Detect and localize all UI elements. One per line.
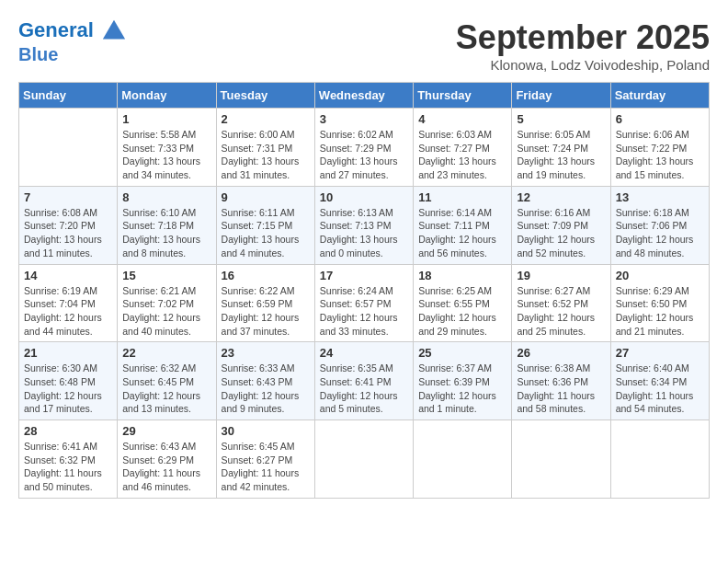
day-number: 3 [320,112,408,126]
week-row-3: 14Sunrise: 6:19 AM Sunset: 7:04 PM Dayli… [19,264,710,342]
month-title: September 2025 [456,18,710,57]
day-info: Sunrise: 6:37 AM Sunset: 6:39 PM Dayligh… [418,362,506,416]
day-number: 11 [418,190,506,204]
calendar-header: SundayMondayTuesdayWednesdayThursdayFrid… [19,83,710,109]
day-cell: 9Sunrise: 6:11 AM Sunset: 7:15 PM Daylig… [216,186,314,264]
day-cell: 17Sunrise: 6:24 AM Sunset: 6:57 PM Dayli… [314,264,413,342]
day-info: Sunrise: 6:16 AM Sunset: 7:09 PM Dayligh… [517,206,605,260]
day-cell: 24Sunrise: 6:35 AM Sunset: 6:41 PM Dayli… [314,342,413,420]
day-header-wednesday: Wednesday [314,83,413,109]
day-info: Sunrise: 6:10 AM Sunset: 7:18 PM Dayligh… [122,206,210,260]
day-cell: 25Sunrise: 6:37 AM Sunset: 6:39 PM Dayli… [414,342,512,420]
day-number: 13 [616,190,704,204]
day-number: 5 [517,112,605,126]
day-number: 8 [122,190,210,204]
day-number: 25 [418,346,506,360]
day-info: Sunrise: 6:27 AM Sunset: 6:52 PM Dayligh… [517,284,605,339]
day-info: Sunrise: 6:40 AM Sunset: 6:34 PM Dayligh… [616,362,704,416]
day-info: Sunrise: 6:43 AM Sunset: 6:29 PM Dayligh… [122,440,210,494]
day-number: 17 [320,269,408,282]
day-info: Sunrise: 6:33 AM Sunset: 6:43 PM Dayligh… [222,362,310,416]
day-number: 2 [222,112,310,126]
day-cell: 16Sunrise: 6:22 AM Sunset: 6:59 PM Dayli… [216,264,314,342]
day-cell [19,109,118,187]
day-cell: 11Sunrise: 6:14 AM Sunset: 7:11 PM Dayli… [414,186,512,264]
day-cell [414,420,512,499]
day-number: 10 [320,190,408,204]
day-cell: 18Sunrise: 6:25 AM Sunset: 6:55 PM Dayli… [414,264,512,342]
day-cell: 21Sunrise: 6:30 AM Sunset: 6:48 PM Dayli… [19,342,118,420]
day-number: 20 [616,269,704,282]
day-number: 7 [24,190,112,204]
day-info: Sunrise: 6:05 AM Sunset: 7:24 PM Dayligh… [517,128,605,182]
day-number: 30 [222,424,310,438]
day-cell [314,420,413,499]
week-row-4: 21Sunrise: 6:30 AM Sunset: 6:48 PM Dayli… [19,342,710,420]
day-info: Sunrise: 5:58 AM Sunset: 7:33 PM Dayligh… [122,128,210,182]
day-cell: 14Sunrise: 6:19 AM Sunset: 7:04 PM Dayli… [19,264,118,342]
day-number: 28 [24,424,112,438]
day-header-row: SundayMondayTuesdayWednesdayThursdayFrid… [19,83,710,109]
day-info: Sunrise: 6:08 AM Sunset: 7:20 PM Dayligh… [24,206,112,260]
page-header: General Blue September 2025 Klonowa, Lod… [18,18,710,73]
day-cell: 7Sunrise: 6:08 AM Sunset: 7:20 PM Daylig… [19,186,118,264]
logo-blue: Blue [18,44,127,64]
day-number: 4 [418,112,506,126]
day-cell: 15Sunrise: 6:21 AM Sunset: 7:02 PM Dayli… [118,264,216,342]
day-header-sunday: Sunday [19,83,118,109]
day-number: 29 [122,424,210,438]
day-cell: 23Sunrise: 6:33 AM Sunset: 6:43 PM Dayli… [216,342,314,420]
day-info: Sunrise: 6:29 AM Sunset: 6:50 PM Dayligh… [616,284,704,339]
day-info: Sunrise: 6:22 AM Sunset: 6:59 PM Dayligh… [222,284,310,339]
day-number: 12 [517,190,605,204]
day-cell: 30Sunrise: 6:45 AM Sunset: 6:27 PM Dayli… [216,420,314,499]
day-cell: 5Sunrise: 6:05 AM Sunset: 7:24 PM Daylig… [512,109,610,187]
day-info: Sunrise: 6:18 AM Sunset: 7:06 PM Dayligh… [616,206,704,260]
day-cell: 8Sunrise: 6:10 AM Sunset: 7:18 PM Daylig… [118,186,216,264]
day-cell: 1Sunrise: 5:58 AM Sunset: 7:33 PM Daylig… [118,109,216,187]
day-info: Sunrise: 6:14 AM Sunset: 7:11 PM Dayligh… [418,206,506,260]
day-info: Sunrise: 6:45 AM Sunset: 6:27 PM Dayligh… [222,440,310,494]
day-cell: 12Sunrise: 6:16 AM Sunset: 7:09 PM Dayli… [512,186,610,264]
day-number: 26 [517,346,605,360]
logo: General Blue [18,18,127,64]
day-info: Sunrise: 6:06 AM Sunset: 7:22 PM Dayligh… [616,128,704,182]
day-info: Sunrise: 6:02 AM Sunset: 7:29 PM Dayligh… [320,128,408,182]
day-header-thursday: Thursday [414,83,512,109]
day-header-monday: Monday [118,83,216,109]
day-info: Sunrise: 6:30 AM Sunset: 6:48 PM Dayligh… [24,362,112,416]
day-cell: 3Sunrise: 6:02 AM Sunset: 7:29 PM Daylig… [314,109,413,187]
day-cell: 26Sunrise: 6:38 AM Sunset: 6:36 PM Dayli… [512,342,610,420]
day-info: Sunrise: 6:19 AM Sunset: 7:04 PM Dayligh… [24,284,112,339]
day-number: 1 [122,112,210,126]
day-cell: 29Sunrise: 6:43 AM Sunset: 6:29 PM Dayli… [118,420,216,499]
day-info: Sunrise: 6:41 AM Sunset: 6:32 PM Dayligh… [24,440,112,494]
day-info: Sunrise: 6:38 AM Sunset: 6:36 PM Dayligh… [517,362,605,416]
day-info: Sunrise: 6:03 AM Sunset: 7:27 PM Dayligh… [418,128,506,182]
day-number: 27 [616,346,704,360]
day-header-saturday: Saturday [610,83,709,109]
day-number: 23 [222,346,310,360]
logo-general: General [18,18,94,41]
calendar-body: 1Sunrise: 5:58 AM Sunset: 7:33 PM Daylig… [19,109,710,499]
week-row-2: 7Sunrise: 6:08 AM Sunset: 7:20 PM Daylig… [19,186,710,264]
day-cell: 19Sunrise: 6:27 AM Sunset: 6:52 PM Dayli… [512,264,610,342]
day-info: Sunrise: 6:35 AM Sunset: 6:41 PM Dayligh… [320,362,408,416]
week-row-5: 28Sunrise: 6:41 AM Sunset: 6:32 PM Dayli… [19,420,710,499]
day-cell: 4Sunrise: 6:03 AM Sunset: 7:27 PM Daylig… [414,109,512,187]
calendar-table: SundayMondayTuesdayWednesdayThursdayFrid… [18,82,710,499]
day-cell: 2Sunrise: 6:00 AM Sunset: 7:31 PM Daylig… [216,109,314,187]
day-cell: 28Sunrise: 6:41 AM Sunset: 6:32 PM Dayli… [19,420,118,499]
day-cell: 22Sunrise: 6:32 AM Sunset: 6:45 PM Dayli… [118,342,216,420]
day-cell [512,420,610,499]
day-header-tuesday: Tuesday [216,83,314,109]
day-cell: 10Sunrise: 6:13 AM Sunset: 7:13 PM Dayli… [314,186,413,264]
day-number: 18 [418,269,506,282]
day-info: Sunrise: 6:00 AM Sunset: 7:31 PM Dayligh… [222,128,310,182]
day-number: 16 [222,269,310,282]
day-info: Sunrise: 6:25 AM Sunset: 6:55 PM Dayligh… [418,284,506,339]
day-number: 14 [24,269,112,282]
title-block: September 2025 Klonowa, Lodz Voivodeship… [456,18,710,73]
svg-marker-0 [103,20,125,40]
day-number: 22 [122,346,210,360]
